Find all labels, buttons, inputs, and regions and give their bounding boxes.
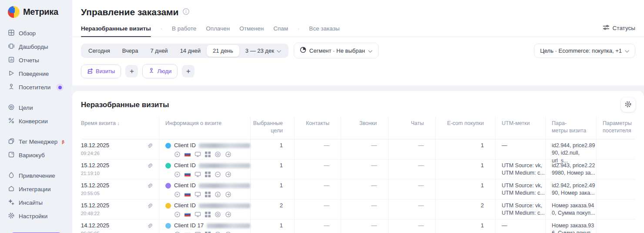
tab-unsorted-visits[interactable]: Неразобранные визиты — [81, 23, 151, 37]
date-range-label: 3 — 23 дек — [245, 47, 274, 54]
link-icon[interactable] — [147, 223, 153, 233]
visits-metric-pill[interactable]: Визиты — [81, 64, 121, 78]
statuses-button[interactable]: Статусы — [603, 24, 635, 37]
sidebar-item-overview[interactable]: Обзор — [8, 27, 68, 40]
reports-icon — [8, 56, 15, 64]
visit-params: Номер заказа.940, Сумма покуп... — [545, 199, 596, 219]
replay-play-icon[interactable] — [174, 191, 181, 198]
client-id-link[interactable]: Client ID — [174, 202, 196, 209]
contacts-value: — — [294, 219, 341, 233]
chats-value: — — [388, 199, 435, 219]
sidebar-item-label: Настройки — [19, 213, 47, 219]
client-id-link[interactable]: Client ID — [174, 142, 196, 149]
integrations-icon — [8, 185, 15, 193]
country-flag-ru-icon — [184, 152, 191, 156]
sort-desc-icon: ↓ — [117, 121, 120, 126]
sidebar-item-variocube[interactable]: Вариокуб — [8, 149, 68, 162]
sidebar: Метрика Обзор Дашборды Отчеты Поведение … — [0, 0, 72, 233]
tab-paid[interactable]: Оплачен — [206, 23, 230, 37]
tab-bar: Неразобранные визиты · В работе Оплачен … — [72, 23, 644, 37]
calls-value: — — [341, 179, 388, 199]
goal-filter-button[interactable]: Цель · Ecommerce: покупка, +1 — [534, 44, 635, 58]
table-row[interactable]: 18.12.202509:24:26 Client ID — [81, 139, 635, 159]
visit-attribute-icons — [174, 171, 250, 178]
table-row[interactable]: 14.12.202506:25:05 Client ID 17 — [81, 219, 635, 233]
link-icon[interactable] — [147, 203, 153, 219]
column-header-chats: Чаты — [388, 117, 435, 139]
contacts-value: — — [294, 179, 341, 199]
play-outline-icon — [8, 70, 15, 78]
date-filter-row: Сегодня Вчера 7 дней 14 дней 21 день 3 —… — [81, 43, 635, 58]
date-preset-today[interactable]: Сегодня — [82, 45, 116, 57]
sidebar-item-settings[interactable]: Настройки — [8, 209, 68, 223]
tab-cancelled[interactable]: Отменен — [239, 23, 264, 37]
person-icon — [148, 68, 154, 75]
segment-button[interactable]: Сегмент · Не выбран — [294, 43, 379, 58]
sidebar-item-reports[interactable]: Отчеты — [8, 54, 68, 67]
date-preset-21days[interactable]: 21 день — [207, 45, 239, 57]
link-icon[interactable] — [147, 183, 153, 199]
windows-os-icon — [205, 172, 211, 177]
sidebar-item-goals[interactable]: Цели — [8, 101, 68, 115]
statuses-label: Статусы — [613, 25, 635, 31]
add-visits-metric-button[interactable]: + — [125, 65, 138, 78]
client-id-link[interactable]: Client ID — [174, 162, 196, 169]
ecom-count: 2 — [435, 199, 495, 219]
target-icon — [8, 104, 15, 112]
tab-in-progress[interactable]: В работе — [172, 23, 196, 37]
sidebar-item-conversions[interactable]: Конверсии — [8, 115, 68, 128]
column-header-time[interactable]: Время визита ↓ — [81, 117, 159, 139]
table-row[interactable]: 15.12.202520:48:22 Client ID — [81, 199, 635, 219]
segment-label: Сегмент · Не выбран — [309, 47, 365, 54]
visitor-params — [596, 219, 635, 233]
column-header-goals: Выбранные цели — [250, 117, 294, 139]
link-icon[interactable] — [147, 163, 153, 179]
people-label: Люди — [157, 68, 171, 74]
sidebar-item-dashboards[interactable]: Дашборды — [8, 40, 68, 54]
sidebar-item-integrations[interactable]: Интеграции — [8, 182, 68, 196]
visits-label: Визиты — [96, 68, 115, 74]
table-row[interactable]: 15.12.202521:19:10 Client ID — [81, 159, 635, 179]
visit-time: 20:48:22 — [81, 210, 109, 216]
replay-play-icon[interactable] — [174, 211, 181, 218]
replay-play-icon[interactable] — [174, 171, 181, 178]
sidebar-item-label: Отчеты — [19, 57, 39, 64]
add-people-metric-button[interactable]: + — [182, 65, 195, 78]
sidebar-item-visitors[interactable]: Посетители — [8, 81, 68, 94]
people-metric-pill[interactable]: Люди — [142, 64, 178, 78]
metrica-logo[interactable]: Метрика — [8, 6, 68, 18]
info-icon[interactable] — [182, 8, 190, 17]
browser-icon — [215, 171, 221, 178]
client-id-link[interactable]: Client ID — [174, 182, 196, 189]
metrica-logo-icon — [8, 6, 20, 18]
traffic-source-icon — [225, 151, 231, 158]
date-preset-7days[interactable]: 7 дней — [144, 45, 174, 57]
replay-play-icon[interactable] — [174, 151, 181, 158]
date-range-picker[interactable]: 3 — 23 дек — [239, 45, 287, 57]
date-preset-14days[interactable]: 14 дней — [174, 45, 207, 57]
table-row[interactable]: 15.12.202520:55:05 Client ID — [81, 179, 635, 199]
visitor-status-dot — [165, 163, 171, 169]
filter-section: Сегодня Вчера 7 дней 14 дней 21 день 3 —… — [72, 37, 644, 85]
visitor-params — [596, 179, 635, 199]
tab-all-orders[interactable]: Все заказы — [309, 23, 339, 37]
tab-spam[interactable]: Спам — [273, 23, 288, 37]
sidebar-item-tag-manager[interactable]: Тег Менеджерβ — [8, 135, 68, 149]
utm-tags: UTM Source: vk,UTM Medium: c... — [495, 159, 545, 179]
desktop-device-icon — [195, 192, 201, 197]
sidebar-item-insights[interactable]: Инсайты — [8, 196, 68, 209]
visit-params: id2.943, price2.229980, Номер за... — [545, 159, 596, 179]
replay-play-icon[interactable] — [174, 231, 181, 233]
traffic-source-icon — [225, 171, 231, 178]
sidebar-item-acquisition[interactable]: Привлечение — [8, 169, 68, 182]
chats-value: — — [388, 179, 435, 199]
visits-table-card: Неразобранные визиты Время визита ↓ Инфо… — [72, 91, 644, 233]
main-content: Управление заказами Неразобранные визиты… — [72, 0, 644, 233]
sidebar-item-behavior[interactable]: Поведение — [8, 67, 68, 81]
client-id-link[interactable]: Client ID 17 — [174, 222, 204, 230]
sidebar-item-label: Интеграции — [19, 186, 50, 192]
nav-group-goals: Цели Конверсии — [8, 101, 68, 128]
visitor-params — [596, 159, 635, 179]
date-preset-yesterday[interactable]: Вчера — [116, 45, 144, 57]
table-settings-button[interactable] — [621, 98, 635, 112]
